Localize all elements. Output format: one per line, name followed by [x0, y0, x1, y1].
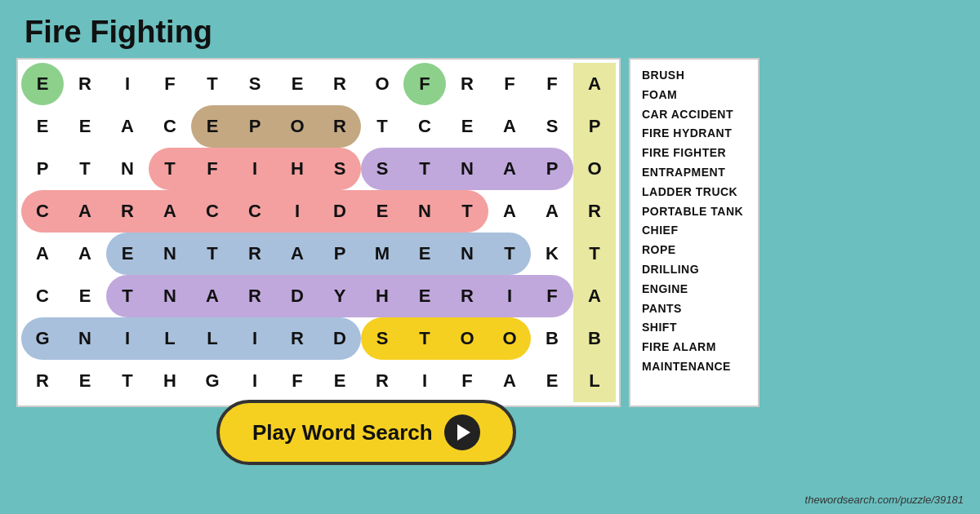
cell[interactable]: E	[276, 63, 318, 105]
cell[interactable]: S	[318, 148, 361, 190]
cell[interactable]: Y	[318, 275, 361, 317]
cell[interactable]: E	[21, 105, 64, 148]
cell[interactable]: O	[276, 105, 318, 148]
cell[interactable]: N	[446, 233, 488, 275]
cell[interactable]: R	[276, 317, 318, 360]
cell[interactable]: R	[64, 63, 106, 105]
cell[interactable]: P	[573, 105, 616, 148]
cell[interactable]: C	[191, 190, 234, 233]
cell[interactable]: S	[234, 63, 276, 105]
cell[interactable]: S	[531, 105, 573, 148]
cell[interactable]: F	[276, 360, 318, 402]
cell[interactable]: E	[21, 63, 64, 105]
cell[interactable]: C	[149, 105, 191, 148]
cell[interactable]: H	[276, 148, 318, 190]
cell[interactable]: R	[21, 360, 64, 402]
cell[interactable]: E	[361, 190, 403, 233]
cell[interactable]: D	[276, 275, 318, 317]
cell[interactable]: N	[149, 275, 191, 317]
cell[interactable]: T	[403, 148, 446, 190]
cell[interactable]: A	[531, 190, 573, 233]
cell[interactable]: F	[531, 275, 573, 317]
cell[interactable]: D	[318, 317, 361, 360]
cell[interactable]: R	[234, 275, 276, 317]
cell[interactable]: E	[531, 360, 573, 402]
cell[interactable]: T	[361, 105, 403, 148]
cell[interactable]: E	[64, 105, 106, 148]
cell[interactable]: E	[191, 105, 234, 148]
cell[interactable]: F	[191, 148, 234, 190]
cell[interactable]: C	[21, 190, 64, 233]
cell[interactable]: F	[149, 63, 191, 105]
cell[interactable]: A	[488, 105, 531, 148]
cell[interactable]: T	[64, 148, 106, 190]
cell[interactable]: A	[191, 275, 234, 317]
cell[interactable]: K	[531, 233, 573, 275]
cell[interactable]: T	[573, 233, 616, 275]
cell[interactable]: R	[573, 190, 616, 233]
cell[interactable]: T	[403, 317, 446, 360]
cell[interactable]: C	[21, 275, 64, 317]
cell[interactable]: R	[361, 360, 403, 402]
cell[interactable]: M	[361, 233, 403, 275]
cell[interactable]: E	[318, 360, 361, 402]
cell[interactable]: I	[106, 317, 149, 360]
cell[interactable]: I	[403, 360, 446, 402]
cell[interactable]: I	[276, 190, 318, 233]
cell[interactable]: L	[191, 317, 234, 360]
cell[interactable]: L	[573, 360, 616, 402]
cell[interactable]: A	[573, 63, 616, 105]
cell[interactable]: T	[488, 233, 531, 275]
cell[interactable]: I	[488, 275, 531, 317]
cell[interactable]: N	[64, 317, 106, 360]
cell[interactable]: P	[234, 105, 276, 148]
cell[interactable]: A	[149, 190, 191, 233]
cell[interactable]: O	[488, 317, 531, 360]
cell[interactable]: H	[149, 360, 191, 402]
cell[interactable]: R	[318, 63, 361, 105]
cell[interactable]: C	[234, 190, 276, 233]
cell[interactable]: R	[234, 233, 276, 275]
cell[interactable]: F	[531, 63, 573, 105]
cell[interactable]: B	[531, 317, 573, 360]
cell[interactable]: I	[234, 148, 276, 190]
cell[interactable]: A	[488, 360, 531, 402]
cell[interactable]: O	[573, 148, 616, 190]
cell[interactable]: G	[191, 360, 234, 402]
cell[interactable]: C	[403, 105, 446, 148]
cell[interactable]: T	[106, 360, 149, 402]
cell[interactable]: A	[488, 190, 531, 233]
cell[interactable]: E	[64, 275, 106, 317]
cell[interactable]: N	[403, 190, 446, 233]
cell[interactable]: N	[106, 148, 149, 190]
cell[interactable]: P	[531, 148, 573, 190]
cell[interactable]: A	[64, 190, 106, 233]
cell[interactable]: G	[21, 317, 64, 360]
cell[interactable]: E	[403, 275, 446, 317]
cell[interactable]: A	[488, 148, 531, 190]
cell[interactable]: N	[446, 148, 488, 190]
cell[interactable]: L	[149, 317, 191, 360]
cell[interactable]: B	[573, 317, 616, 360]
cell[interactable]: P	[21, 148, 64, 190]
cell[interactable]: T	[446, 190, 488, 233]
cell[interactable]: R	[446, 63, 488, 105]
play-button[interactable]: Play Word Search	[216, 400, 516, 465]
cell[interactable]: F	[488, 63, 531, 105]
cell[interactable]: T	[191, 233, 234, 275]
cell[interactable]: N	[149, 233, 191, 275]
cell[interactable]: I	[234, 317, 276, 360]
cell[interactable]: F	[403, 63, 446, 105]
cell[interactable]: I	[106, 63, 149, 105]
cell[interactable]: A	[64, 233, 106, 275]
cell[interactable]: T	[106, 275, 149, 317]
cell[interactable]: R	[446, 275, 488, 317]
cell[interactable]: D	[318, 190, 361, 233]
cell[interactable]: E	[106, 233, 149, 275]
cell[interactable]: R	[318, 105, 361, 148]
cell[interactable]: E	[64, 360, 106, 402]
cell[interactable]: R	[106, 190, 149, 233]
cell[interactable]: T	[149, 148, 191, 190]
cell[interactable]: E	[446, 105, 488, 148]
cell[interactable]: A	[573, 275, 616, 317]
